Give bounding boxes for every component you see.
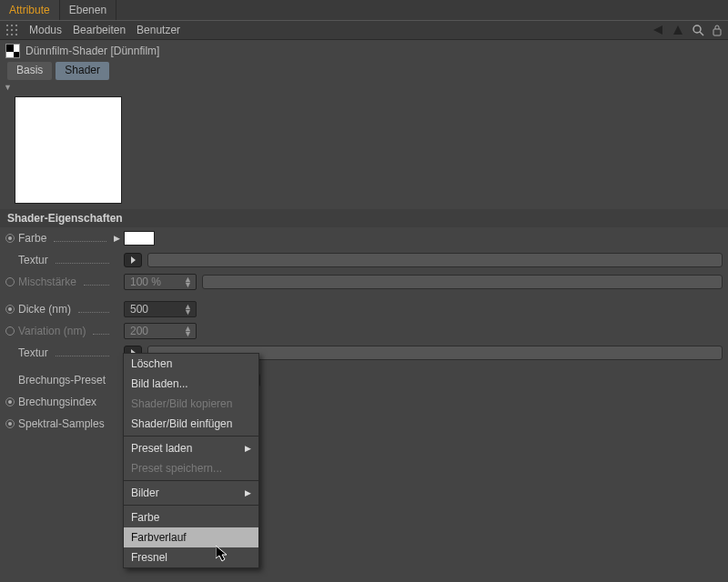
menu-bearbeiten[interactable]: Bearbeiten [73,24,126,36]
menu-modus[interactable]: Modus [29,24,62,36]
thickness-field[interactable]: 500▲▼ [124,301,197,317]
texture-field[interactable] [147,253,723,267]
ctx-shader-einfuegen[interactable]: Shader/Bild einfügen [124,414,258,434]
label-textur: Textur [18,254,48,266]
label-brechungs-preset: Brechungs-Preset [18,374,106,386]
shader-preview[interactable] [15,96,122,204]
label-farbe: Farbe [18,232,46,245]
ctx-bild-laden[interactable]: Bild laden... [124,374,258,394]
mix-strength-field[interactable]: 100 %▲▼ [124,274,197,290]
ctx-farbe[interactable]: Farbe [124,507,258,527]
ctx-bilder[interactable]: Bilder▶ [124,483,258,503]
keyframe-bullet-icon[interactable] [5,326,15,336]
tab-attribute[interactable]: Attribute [0,0,60,20]
section-header: Shader-Eigenschaften [0,209,728,227]
shader-type-icon [5,44,20,58]
submenu-arrow-icon: ▶ [245,488,251,497]
nav-back-icon[interactable] [652,24,664,36]
label-textur2: Textur [18,346,48,359]
svg-line-3 [700,32,703,35]
keyframe-bullet-icon[interactable] [5,397,15,406]
search-icon[interactable] [692,24,704,36]
keyframe-bullet-icon[interactable] [5,277,15,286]
label-brechungsindex: Brechungsindex [18,396,96,408]
expand-arrow-icon[interactable]: ▶ [114,234,124,243]
ctx-preset-laden[interactable]: Preset laden▶ [124,438,258,458]
disclosure-triangle-icon[interactable]: ▼ [0,83,12,92]
submenu-arrow-icon: ▶ [245,444,251,453]
svg-rect-4 [713,29,721,35]
label-spektral: Spektral-Samples [18,417,105,430]
texture-menu-button[interactable] [124,253,142,267]
svg-marker-1 [673,25,682,35]
ctx-fresnel[interactable]: Fresnel [124,547,258,567]
svg-marker-0 [653,25,662,35]
lock-icon[interactable] [712,24,723,36]
keyframe-bullet-icon[interactable] [5,419,15,428]
grid-icon[interactable] [5,24,18,36]
ctx-preset-speichern: Preset speichern... [124,458,258,478]
keyframe-bullet-icon[interactable] [5,234,15,243]
label-mischstaerke: Mischstärke [18,276,76,288]
label-variation: Variation (nm) [18,325,86,337]
ctx-shader-kopieren: Shader/Bild kopieren [124,394,258,414]
color-swatch[interactable] [124,231,155,246]
ctx-farbverlauf[interactable]: Farbverlauf [124,527,258,547]
svg-point-2 [693,25,701,33]
menu-benutzer[interactable]: Benutzer [136,24,180,36]
ctx-loeschen[interactable]: Löschen [124,354,258,374]
keyframe-bullet-icon[interactable] [5,305,15,314]
variation-field[interactable]: 200▲▼ [124,323,197,339]
texture-context-menu: Löschen Bild laden... Shader/Bild kopier… [123,353,259,568]
label-dicke: Dicke (nm) [18,303,71,316]
nav-up-icon[interactable] [672,24,684,36]
tab-ebenen[interactable]: Ebenen [60,0,116,20]
mix-strength-slider[interactable] [202,275,723,289]
subtab-shader[interactable]: Shader [56,62,109,80]
subtab-basis[interactable]: Basis [7,62,52,80]
object-title: Dünnfilm-Shader [Dünnfilm] [25,45,159,57]
